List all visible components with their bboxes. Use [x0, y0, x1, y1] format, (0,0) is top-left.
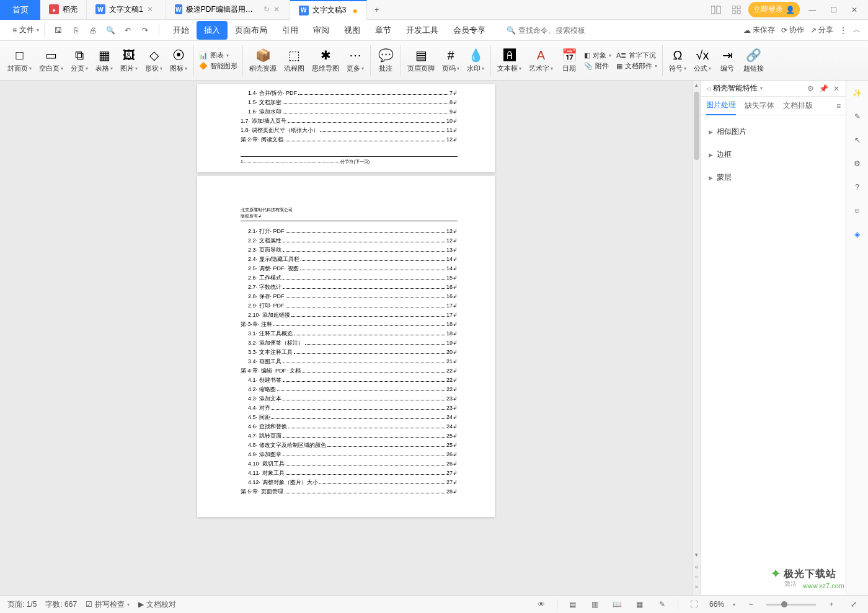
menu-tab[interactable]: 引用 [275, 21, 306, 40]
sparkle-icon[interactable]: ✨ [850, 86, 865, 100]
wordart-button[interactable]: A艺术字▾ [525, 42, 557, 79]
pagenum-button[interactable]: #页码▾ [438, 42, 463, 79]
tab-close-icon[interactable]: ✕ [273, 5, 281, 14]
scroll-up-icon[interactable]: ▴ [693, 82, 701, 88]
document-tab[interactable]: ⬥稻壳 [40, 0, 87, 19]
menu-tab[interactable]: 页面布局 [228, 21, 275, 40]
taskpane-tab[interactable]: 文档排版 [783, 97, 813, 115]
unsaved-indicator[interactable]: ☁未保存 [743, 25, 775, 35]
object-button[interactable]: ◧ 对象 ▾ [584, 51, 611, 60]
view-outline-icon[interactable]: ▥ [588, 598, 602, 611]
document-tab[interactable]: W文字文稿1✕ [87, 0, 166, 19]
document-area[interactable]: 1.4· 合并/拆分· PDF7↲1.5· 文档加密8↲1.6· 添加水印9↲1… [0, 81, 692, 595]
more-button[interactable]: ⋯更多▾ [343, 42, 368, 79]
maximize-button[interactable]: ☐ [825, 6, 842, 14]
login-button[interactable]: 立即登录👤 [748, 2, 800, 17]
eye-icon[interactable]: 👁 [534, 598, 548, 611]
formula-button[interactable]: √x公式▾ [690, 42, 715, 79]
header-footer-button[interactable]: ▤页眉页脚 [404, 42, 438, 79]
menu-tab[interactable]: 章节 [368, 21, 399, 40]
highlight-icon[interactable]: ✎ [655, 598, 669, 611]
spellcheck-toggle[interactable]: ☑ 拼写检查 ▾ [86, 599, 130, 610]
word-count[interactable]: 字数: 667 [45, 599, 77, 610]
prev-page-icon[interactable]: « [693, 563, 701, 570]
command-search-input[interactable] [518, 26, 593, 35]
page-indicator[interactable]: 页面: 1/5 [7, 599, 37, 610]
cursor-icon[interactable]: ↖ [850, 133, 865, 148]
scroll-down-icon[interactable]: ▾ [693, 552, 701, 558]
flowchart-button[interactable]: ⬚流程图 [280, 42, 308, 79]
tab-add[interactable]: + [367, 6, 387, 14]
locate-icon[interactable]: ○ [693, 573, 701, 580]
share-button[interactable]: ↗分享 [810, 25, 833, 35]
textbox-button[interactable]: 🅰文本框▾ [494, 42, 525, 79]
redo-icon[interactable]: ↷ [138, 23, 153, 38]
fit-icon[interactable]: ⛶ [687, 598, 701, 611]
collapse-ribbon[interactable]: ︿ [853, 25, 861, 35]
view-web-icon[interactable]: ▦ [633, 598, 647, 611]
document-tab[interactable]: W极速PDF编辑器用户手册3.0↻✕ [166, 0, 290, 19]
number-button[interactable]: ⇥编号 [715, 42, 740, 79]
smartart-button[interactable]: 🔶 智能图形 [199, 61, 237, 71]
chart-button[interactable]: 📊 图表 ▾ [199, 51, 237, 60]
tab-home[interactable]: 首页 [0, 0, 40, 20]
date-button[interactable]: 📅日期 [557, 42, 582, 79]
taskpane-item[interactable]: ▶边框 [706, 143, 841, 166]
pin-icon[interactable]: 📌 [818, 83, 830, 94]
file-menu[interactable]: ≡文件▾ [7, 22, 45, 38]
face-icon[interactable]: ☺ [850, 203, 865, 218]
close-button[interactable]: ✕ [846, 6, 863, 14]
ribbon-空白页[interactable]: ▭空白页▾ [35, 42, 67, 79]
output-icon[interactable]: ⎘ [68, 23, 83, 38]
mindmap-button[interactable]: ✱思维导图 [308, 42, 343, 79]
settings-sliders-icon[interactable]: ⚙ [850, 156, 865, 171]
ribbon-表格[interactable]: ▦表格▾ [92, 42, 117, 79]
taskpane-tab[interactable]: 图片处理 [706, 96, 736, 115]
help-icon[interactable]: ? [850, 180, 865, 195]
zoom-in[interactable]: + [825, 598, 838, 611]
ribbon-形状[interactable]: ◇形状▾ [141, 42, 166, 79]
settings-icon[interactable]: ⚙ [806, 83, 815, 94]
save-icon[interactable]: 🖫 [51, 23, 66, 38]
view-switch-icon[interactable] [707, 3, 725, 17]
docparts-button[interactable]: ▦ 文档部件 ▾ [616, 61, 657, 71]
close-pane-icon[interactable]: ✕ [832, 83, 841, 94]
zoom-out[interactable]: − [744, 598, 758, 611]
menu-tab[interactable]: 插入 [197, 21, 228, 40]
menu-tab[interactable]: 开发工具 [399, 21, 446, 40]
menu-tab[interactable]: 审阅 [306, 21, 337, 40]
more-menu[interactable]: ⋮ [839, 26, 847, 35]
coop-button[interactable]: ⟳协作 [781, 25, 804, 35]
back-icon[interactable]: ◁ [706, 86, 711, 92]
minimize-button[interactable]: — [804, 6, 821, 14]
print-icon[interactable]: 🖨 [86, 23, 100, 38]
expand-icon[interactable]: ⤢ [847, 598, 861, 611]
proofread-button[interactable]: ▶ 文档校对 [138, 599, 176, 610]
menu-tab[interactable]: 视图 [337, 21, 368, 40]
taskpane-menu-icon[interactable]: ≡ [836, 102, 841, 110]
symbol-button[interactable]: Ω符号▾ [665, 42, 690, 79]
zoom-slider[interactable] [766, 604, 816, 606]
view-read-icon[interactable]: 📖 [611, 598, 624, 611]
ribbon-封面页[interactable]: □封面页▾ [4, 42, 35, 79]
menu-tab[interactable]: 会员专享 [446, 21, 493, 40]
scrollbar-thumb[interactable] [694, 92, 699, 160]
dropcap-button[interactable]: A≣ 首字下沉 [616, 51, 657, 60]
menu-tab[interactable]: 开始 [166, 21, 197, 40]
ribbon-图片[interactable]: 🖼图片▾ [117, 42, 141, 79]
attach-button[interactable]: 📎 附件 [584, 61, 611, 71]
smart-icon[interactable]: ◈ [850, 227, 865, 242]
preview-icon[interactable]: 🔍 [103, 23, 118, 38]
watermark-button[interactable]: 💧水印▾ [463, 42, 488, 79]
next-page-icon[interactable]: » [693, 583, 701, 590]
view-page-icon[interactable]: ▤ [566, 598, 580, 611]
document-tab[interactable]: W文字文稿3● [290, 0, 367, 20]
taskpane-item[interactable]: ▶相似图片 [706, 120, 841, 143]
comment-button[interactable]: 💬批注 [373, 42, 398, 79]
taskpane-tab[interactable]: 缺失字体 [745, 97, 774, 115]
refresh-icon[interactable]: ↻ [264, 5, 270, 14]
ribbon-分页[interactable]: ⧉分页▾ [67, 42, 92, 79]
ribbon-图标[interactable]: ⦿图标▾ [166, 42, 191, 79]
zoom-level[interactable]: 66% [709, 600, 724, 609]
tab-close-icon[interactable]: ✕ [147, 5, 157, 14]
